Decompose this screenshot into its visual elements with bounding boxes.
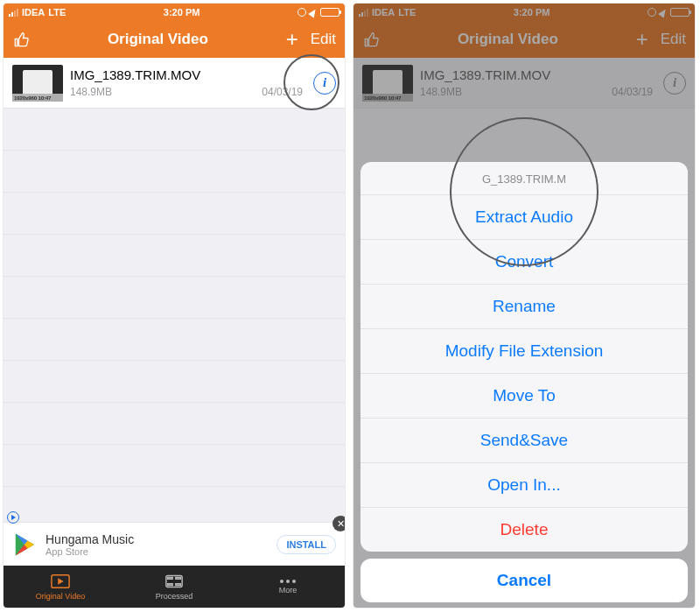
ad-app-icon	[12, 531, 38, 558]
action-sheet-title: G_1389.TRIM.M	[360, 162, 688, 195]
thumbs-up-icon[interactable]	[12, 32, 30, 47]
action-cancel[interactable]: Cancel	[360, 559, 688, 602]
action-delete[interactable]: Delete	[360, 508, 688, 552]
tab-original-video[interactable]: Original Video	[4, 566, 117, 608]
info-button[interactable]: i	[313, 72, 336, 95]
action-convert[interactable]: Convert	[360, 240, 688, 285]
signal-icon	[9, 9, 18, 17]
file-list: 1920x960 10:47 IMG_1389.TRIM.MOV 148.9MB…	[4, 58, 345, 487]
action-move-to[interactable]: Move To	[360, 374, 688, 419]
ad-close-icon[interactable]: ✕	[332, 516, 345, 531]
file-name: IMG_1389.TRIM.MOV	[70, 67, 308, 82]
tab-more[interactable]: More	[231, 566, 345, 608]
action-modify-extension[interactable]: Modify File Extension	[360, 329, 688, 374]
action-open-in[interactable]: Open In...	[360, 463, 688, 508]
tab-bar: Original Video Processed More	[4, 566, 345, 608]
action-sheet: G_1389.TRIM.M Extract Audio Convert Rena…	[360, 162, 688, 602]
thumb-dimensions: 1920x960 10:47	[12, 94, 63, 102]
add-button[interactable]: +	[286, 29, 298, 50]
more-icon	[280, 580, 296, 583]
nav-bar: Original Video + Edit	[4, 21, 345, 58]
action-extract-audio[interactable]: Extract Audio	[360, 195, 688, 240]
svg-marker-5	[58, 578, 63, 584]
ad-subtitle: App Store	[46, 546, 134, 557]
file-size: 148.9MB	[70, 86, 112, 98]
action-rename[interactable]: Rename	[360, 285, 688, 329]
video-thumbnail: 1920x960 10:47	[12, 65, 63, 102]
file-row[interactable]: 1920x960 10:47 IMG_1389.TRIM.MOV 148.9MB…	[4, 58, 345, 109]
edit-button[interactable]: Edit	[311, 31, 336, 48]
location-icon	[308, 7, 318, 18]
ad-title: Hungama Music	[46, 532, 134, 546]
adchoices-icon[interactable]	[7, 511, 19, 524]
carrier-label: IDEA	[22, 7, 45, 18]
ad-install-button[interactable]: INSTALL	[276, 535, 336, 554]
status-time: 3:20 PM	[164, 7, 200, 18]
network-label: LTE	[48, 7, 66, 18]
screenshot-left: IDEA LTE 3:20 PM Original Video + Edit	[4, 4, 345, 608]
tab-processed[interactable]: Processed	[117, 566, 231, 608]
screenshot-right: IDEA LTE 3:20 PM Original Video + Edit	[354, 4, 695, 608]
nav-title: Original Video	[30, 31, 286, 48]
action-send-save[interactable]: Send&Save	[360, 419, 688, 463]
battery-icon	[320, 8, 340, 17]
tab-label: More	[279, 586, 298, 594]
alarm-icon	[298, 8, 306, 17]
file-date: 04/03/19	[262, 86, 303, 98]
tab-label: Original Video	[36, 592, 85, 601]
ad-banner[interactable]: Hungama Music App Store INSTALL ✕	[4, 522, 345, 566]
tab-label: Processed	[156, 592, 193, 601]
status-bar: IDEA LTE 3:20 PM	[4, 4, 345, 21]
